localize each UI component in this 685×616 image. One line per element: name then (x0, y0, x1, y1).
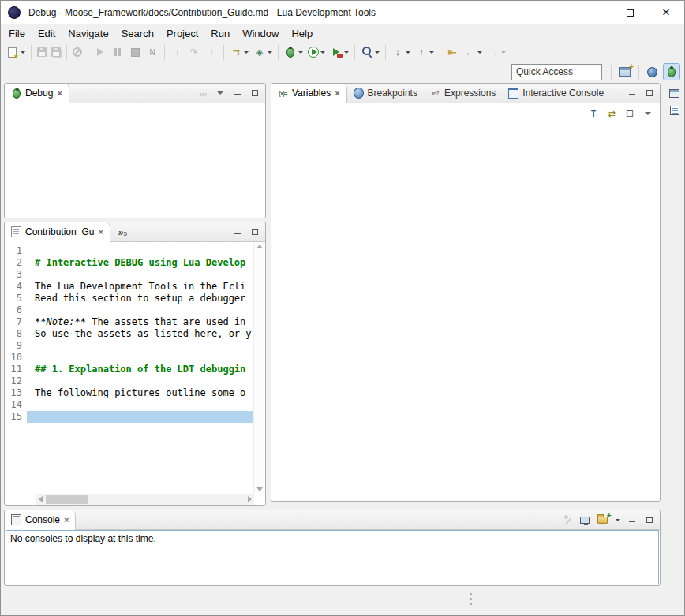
line-number[interactable]: 4 (5, 281, 27, 293)
menu-help[interactable]: Help (285, 26, 319, 41)
line-number[interactable]: 2 (5, 257, 27, 269)
line-number[interactable]: 7 (5, 316, 27, 328)
line-number[interactable]: 5 (5, 293, 27, 304)
quick-access-field[interactable]: Quick Access (511, 64, 602, 80)
next-annotation-button[interactable] (390, 44, 412, 60)
search-button[interactable] (359, 44, 381, 60)
show-logical-structures-icon[interactable] (606, 108, 617, 119)
display-selected-console-icon[interactable] (579, 514, 590, 525)
minimize-view-icon[interactable] (627, 514, 638, 525)
external-tools-button[interactable] (328, 44, 350, 60)
dropdown-caret-icon[interactable] (477, 51, 482, 54)
dropdown-caret-icon[interactable] (268, 51, 272, 54)
tab-contribution-guide[interactable]: Contribution_Gu (4, 222, 110, 242)
pin-console-icon[interactable] (562, 514, 573, 525)
scroll-left-icon[interactable] (39, 496, 43, 502)
tab-expressions[interactable]: Expressions (424, 84, 502, 103)
new-wizard-button[interactable] (5, 46, 27, 59)
view-menu-icon[interactable] (642, 108, 653, 119)
line-number[interactable]: 12 (5, 375, 27, 387)
collapse-all-icon[interactable] (624, 108, 635, 119)
line-number[interactable]: 15 (5, 411, 27, 423)
menu-edit[interactable]: Edit (32, 26, 62, 41)
dropdown-caret-icon[interactable] (298, 51, 303, 54)
tab-debug[interactable]: Debug (4, 84, 69, 103)
dropdown-caret-icon[interactable] (429, 51, 434, 54)
scrollbar-thumb[interactable] (46, 495, 88, 504)
line-number[interactable]: 8 (5, 328, 27, 340)
dropdown-caret-icon[interactable] (21, 51, 25, 54)
line-number[interactable]: 6 (5, 304, 27, 316)
line-number[interactable]: 13 (5, 387, 27, 399)
skip-all-breakpoints-button[interactable] (71, 46, 84, 58)
line-number[interactable]: 14 (5, 399, 27, 411)
dropdown-caret-icon[interactable] (501, 51, 506, 54)
app-icon[interactable] (8, 6, 21, 19)
line-number[interactable]: 9 (5, 340, 27, 352)
close-tab-icon[interactable] (64, 514, 69, 525)
remove-all-terminated-icon[interactable] (197, 88, 208, 99)
view-menu-icon[interactable] (215, 88, 226, 99)
editor-vertical-scrollbar[interactable] (253, 242, 265, 494)
minimize-button[interactable] (575, 1, 612, 24)
menu-file[interactable]: File (2, 26, 32, 41)
dropdown-caret-icon[interactable] (616, 519, 620, 521)
suspend-button[interactable] (110, 44, 125, 60)
restore-view-button[interactable] (668, 88, 681, 99)
run-button[interactable] (306, 45, 327, 59)
close-button[interactable] (648, 1, 684, 24)
editor-content[interactable]: 1 2# Interactive DEBUG using Lua Develop… (5, 245, 254, 494)
save-button[interactable] (36, 46, 48, 58)
close-tab-icon[interactable] (335, 88, 339, 99)
disconnect-button[interactable] (144, 44, 160, 60)
dropdown-caret-icon[interactable] (344, 51, 349, 54)
line-number[interactable]: 1 (5, 245, 27, 257)
tab-overflow-chevron[interactable]: 5 (118, 222, 127, 241)
lua-perspective-button[interactable] (646, 65, 659, 79)
minimize-view-icon[interactable] (232, 226, 243, 237)
minimize-view-icon[interactable] (232, 88, 243, 99)
resume-button[interactable] (92, 44, 108, 60)
menu-run[interactable]: Run (204, 26, 236, 41)
line-number[interactable]: 3 (5, 269, 27, 281)
close-tab-icon[interactable] (98, 226, 103, 237)
use-step-filters-button[interactable] (228, 44, 250, 60)
tab-breakpoints[interactable]: Breakpoints (347, 84, 424, 103)
maximize-view-icon[interactable] (249, 226, 260, 237)
outline-view-button[interactable] (668, 104, 681, 117)
dropdown-caret-icon[interactable] (244, 51, 249, 54)
line-number[interactable]: 11 (5, 364, 27, 375)
tab-console[interactable]: Console (4, 510, 76, 530)
splitter-grip[interactable] (470, 593, 472, 595)
terminate-button[interactable] (127, 44, 143, 60)
dropdown-caret-icon[interactable] (375, 51, 380, 54)
minimize-view-icon[interactable] (627, 88, 638, 99)
save-all-button[interactable] (50, 46, 62, 58)
dropdown-caret-icon[interactable] (320, 51, 325, 54)
open-console-icon[interactable] (597, 514, 608, 525)
scroll-up-icon[interactable] (256, 245, 263, 248)
menu-window[interactable]: Window (236, 26, 285, 41)
maximize-view-icon[interactable] (644, 514, 655, 525)
forward-button[interactable] (485, 44, 507, 60)
open-perspective-button[interactable] (618, 65, 632, 78)
debug-button[interactable] (283, 44, 305, 60)
previous-annotation-button[interactable] (414, 44, 436, 60)
maximize-view-icon[interactable] (249, 88, 260, 99)
dropdown-caret-icon[interactable] (406, 51, 410, 54)
menu-navigate[interactable]: Navigate (62, 26, 114, 41)
step-over-button[interactable] (186, 44, 202, 60)
step-into-button[interactable] (169, 44, 185, 60)
tab-variables[interactable]: Variables (271, 84, 347, 103)
close-tab-icon[interactable] (57, 88, 62, 99)
maximize-button[interactable] (612, 1, 648, 24)
step-return-button[interactable] (204, 44, 219, 60)
maximize-view-icon[interactable] (644, 88, 655, 99)
scroll-down-icon[interactable] (256, 487, 263, 491)
menu-project[interactable]: Project (160, 26, 204, 41)
scroll-right-icon[interactable] (248, 496, 252, 502)
tab-interactive-console[interactable]: Interactive Console (502, 84, 610, 103)
debug-perspective-button[interactable] (663, 63, 680, 80)
last-edit-location-button[interactable] (444, 44, 460, 60)
line-number[interactable]: 10 (5, 352, 27, 364)
